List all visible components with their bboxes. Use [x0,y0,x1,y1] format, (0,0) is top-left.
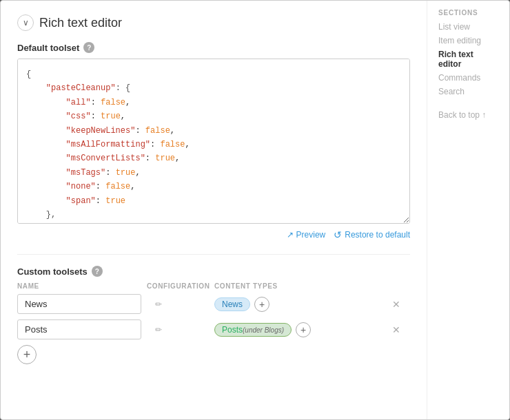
default-toolset-help-icon[interactable]: ? [83,42,94,53]
add-posts-tag-button[interactable]: + [296,322,311,337]
posts-tag-name: Posts [222,325,243,335]
main-content: ∨ Rich text editor Default toolset ? { "… [1,1,427,419]
pencil-icon [155,324,162,335]
custom-toolsets-help-icon[interactable]: ? [92,266,103,277]
news-tag-list: News + [214,297,377,312]
edit-news-button[interactable] [152,296,165,312]
delete-posts-button[interactable]: ✕ [382,323,410,337]
add-row-button[interactable]: + [17,345,37,364]
add-news-tag-button[interactable]: + [254,297,269,312]
default-toolset-label: Default toolset ? [17,42,410,53]
row-name-input-news[interactable] [17,294,141,314]
custom-toolsets-section: Custom toolsets ? NAME CONFIGURATION CON… [17,266,410,364]
restore-link[interactable]: Restore to default [334,229,410,240]
pencil-icon [155,299,162,309]
preview-icon [287,230,294,240]
divider [17,254,410,255]
table-row: News + ✕ [17,294,410,314]
code-content: { "pasteCleanup": { "all": false, "css":… [26,67,401,224]
row-name-input-posts[interactable] [17,319,141,339]
preview-label: Preview [296,230,326,240]
col-name-header: NAME [17,282,141,290]
posts-tag-sub: (under Blogs) [243,326,284,334]
sidebar: SECTIONS List view Item editing Rich tex… [427,1,509,419]
app-window: ∨ Rich text editor Default toolset ? { "… [0,0,510,420]
edit-posts-button[interactable] [152,322,165,337]
editor-actions: Preview Restore to default [17,229,410,240]
default-toolset-text: Default toolset [17,43,79,53]
custom-toolsets-label: Custom toolsets ? [17,266,410,277]
sidebar-back-to-top[interactable]: Back to top ↑ [438,110,498,120]
posts-tag-list: Posts(under Blogs) + [214,322,377,337]
table-header: NAME CONFIGURATION CONTENT TYPES [17,282,410,290]
page-title: Rich text editor [39,16,122,30]
posts-tag: Posts(under Blogs) [214,323,292,337]
restore-icon [334,229,342,240]
code-editor[interactable]: { "pasteCleanup": { "all": false, "css":… [17,59,410,224]
preview-link[interactable]: Preview [287,229,326,240]
section-header: ∨ Rich text editor [17,14,410,31]
col-content-types-header: CONTENT TYPES [214,282,377,290]
sidebar-item-rich-text-editor[interactable]: Rich text editor [438,50,498,69]
collapse-button[interactable]: ∨ [17,14,34,31]
sidebar-item-list-view[interactable]: List view [438,22,498,32]
table-row: Posts(under Blogs) + ✕ [17,319,410,339]
delete-news-button[interactable]: ✕ [382,297,410,311]
sidebar-item-commands[interactable]: Commands [438,73,498,83]
sidebar-item-search[interactable]: Search [438,87,498,96]
news-tag: News [214,297,250,311]
sidebar-item-item-editing[interactable]: Item editing [438,36,498,45]
sidebar-sections-label: SECTIONS [438,9,498,17]
custom-toolsets-text: Custom toolsets [17,266,88,277]
col-config-header: CONFIGURATION [147,282,209,290]
restore-label: Restore to default [345,230,410,240]
